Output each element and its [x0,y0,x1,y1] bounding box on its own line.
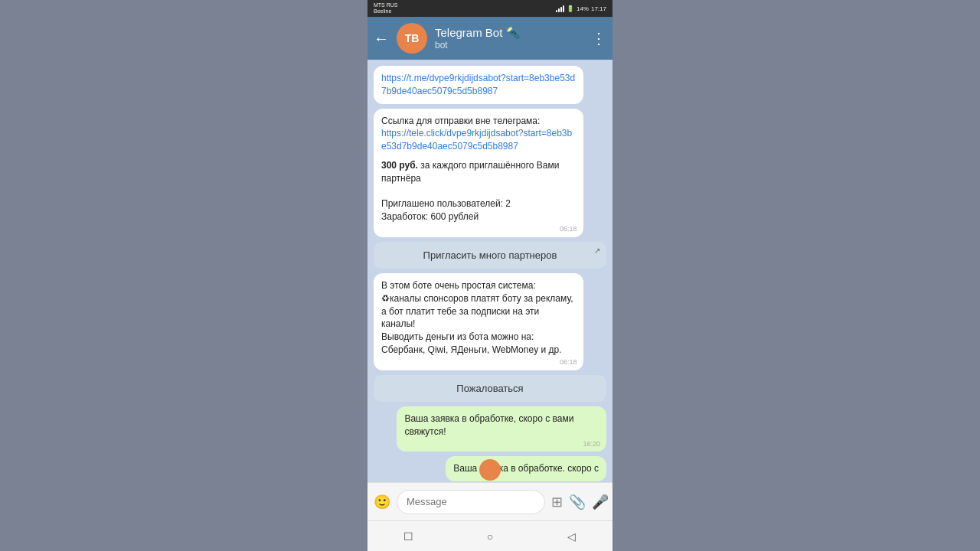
complain-label: Пожаловаться [456,383,523,394]
invite-partners-label: Пригласить много партнеров [423,249,557,261]
message-2: Ссылка для отправки вне телеграма: https… [374,109,583,237]
msg2-link[interactable]: https://tele.click/dvpe9rkjdijdsabot?sta… [381,128,572,152]
msg1-link[interactable]: https://t.me/dvpe9rkjdijdsabot?start=8eb… [381,73,575,96]
msg2-time: 06:18 [560,224,577,234]
status-bar: MTS RUS Beeline 🔋 14% 17:17 [368,0,612,17]
back-nav-button[interactable]: ◁ [563,527,581,546]
msg4-time: 16:20 [583,439,600,449]
message-4: Ваша заявка в обработке, скоро с вами св… [397,406,606,452]
carrier2-label: Beeline [374,8,398,15]
chat-header: ← TB Telegram Bot 🔦 bot ⋮ [368,17,612,60]
bot-sub: bot [435,40,583,51]
avatar: TB [397,23,427,54]
battery-label: 14% [577,5,589,12]
msg5-text: Ваша заявка в обработке. скоро с [453,463,599,474]
input-bar: 🙂 ⊞ 📎 🎤 [368,482,612,520]
external-link-icon: ↗ [594,246,600,255]
keyboard-icon[interactable]: ⊞ [551,494,563,510]
msg3-text: В этом боте очень простая система: ♻кана… [381,280,573,355]
header-info: Telegram Bot 🔦 bot [435,26,583,51]
invite-partners-button[interactable]: Пригласить много партнеров ↗ [374,242,606,269]
back-button[interactable]: ← [374,30,389,47]
msg2-intro: Ссылка для отправки вне телеграма: [381,115,576,128]
message-1: https://t.me/dvpe9rkjdijdsabot?start=8eb… [374,66,583,104]
chat-area: https://t.me/dvpe9rkjdijdsabot?start=8eb… [368,60,612,482]
msg3-time: 06:18 [560,357,577,367]
square-icon: ☐ [403,530,413,543]
message-3: В этом боте очень простая система: ♻кана… [374,273,583,370]
bot-name: Telegram Bot 🔦 [435,26,583,40]
nav-bar: ☐ ○ ◁ [368,520,612,551]
mic-icon[interactable]: 🎤 [592,494,609,510]
msg4-text: Ваша заявка в обработке, скоро с вами св… [404,413,573,437]
time-label: 17:17 [591,5,606,12]
status-right: 🔋 14% 17:17 [556,5,606,12]
menu-button[interactable]: ⋮ [591,29,606,47]
carrier1-label: MTS RUS [374,2,398,8]
message-5: Ваша заявка в обработке. скоро с [446,456,606,481]
emoji-icon[interactable]: 🙂 [374,494,390,510]
carrier-info: MTS RUS Beeline [374,2,398,14]
circle-icon: ○ [487,530,493,543]
home-nav-button[interactable]: ○ [481,527,499,546]
battery-icon: 🔋 [567,5,574,12]
msg2-extra: 300 руб. за каждого приглашённого Вами п… [381,159,576,223]
square-nav-button[interactable]: ☐ [399,527,417,546]
back-triangle-icon: ◁ [567,530,576,543]
attach-icon[interactable]: 📎 [569,494,586,510]
phone-frame: MTS RUS Beeline 🔋 14% 17:17 ← TB Telegra… [368,0,612,551]
signal-icon [556,5,564,12]
complain-button[interactable]: Пожаловаться [374,375,606,402]
orange-dot [479,459,501,481]
message-input[interactable] [397,490,545,514]
